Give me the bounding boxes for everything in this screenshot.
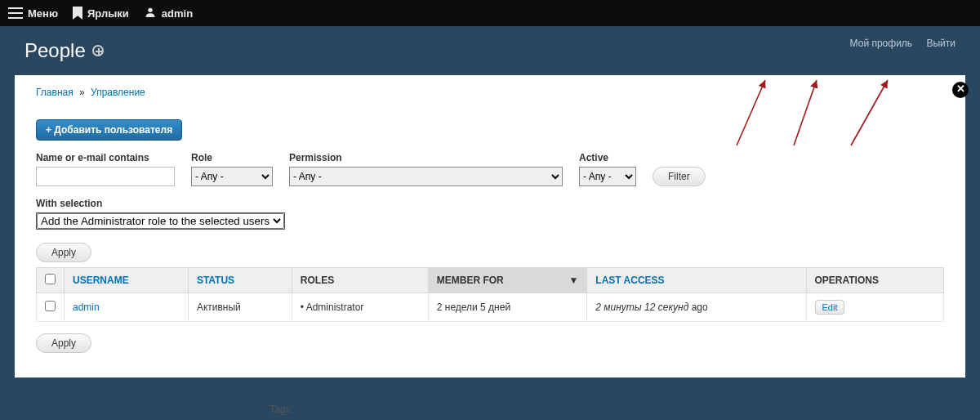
filter-role-label: Role [191, 152, 273, 163]
apply-button-top[interactable]: Apply [36, 243, 91, 262]
edit-button[interactable]: Edit [815, 300, 845, 315]
filter-role-select[interactable]: - Any - [191, 167, 273, 186]
with-selection-select[interactable]: Add the Administrator role to the select… [37, 213, 284, 229]
bookmark-icon [73, 7, 82, 20]
filter-active-select[interactable]: - Any - [579, 167, 636, 186]
with-selection-label: With selection [36, 198, 944, 209]
hamburger-icon [8, 7, 23, 19]
page-header: Мой профиль Выйти People drupal8 СПИСОК … [0, 26, 980, 62]
th-member-for[interactable]: MEMBER FOR▼ [428, 268, 587, 293]
users-table: USERNAME STATUS ROLES MEMBER FOR▼ LAST A… [36, 267, 944, 322]
profile-link[interactable]: Мой профиль [850, 38, 913, 49]
svg-point-0 [148, 7, 152, 11]
filter-permission-select[interactable]: - Any - [289, 167, 563, 186]
filter-name-input[interactable] [36, 167, 175, 186]
apply-button-bottom[interactable]: Apply [36, 333, 91, 353]
menu-toggle[interactable]: Меню [8, 7, 58, 20]
row-member-for: 2 недели 5 дней [428, 293, 587, 322]
filter-permission-label: Permission [289, 152, 563, 163]
add-user-button[interactable]: + Добавить пользователя [36, 119, 182, 141]
row-status: Активный [188, 293, 292, 322]
overlay-panel: ✕ Главная » Управление + Добавить пользо… [15, 75, 965, 378]
th-checkbox [37, 268, 65, 293]
filter-button[interactable]: Filter [653, 167, 706, 186]
th-roles[interactable]: ROLES [292, 268, 428, 293]
close-icon[interactable]: ✕ [952, 82, 969, 98]
breadcrumb: Главная » Управление [36, 87, 944, 98]
user-menu[interactable]: admin [144, 6, 193, 21]
admin-toolbar: Меню Ярлыки admin [0, 0, 980, 26]
th-username[interactable]: USERNAME [65, 268, 189, 293]
bg-tags-label: Tags: [270, 404, 293, 415]
row-username[interactable]: admin [73, 302, 100, 313]
table-row: admin Активный • Administrator 2 недели … [37, 293, 944, 322]
current-user: admin [162, 7, 193, 20]
menu-label: Меню [28, 7, 58, 20]
sort-desc-icon: ▼ [568, 275, 578, 286]
filter-name-label: Name or e-mail contains [36, 152, 175, 163]
breadcrumb-home[interactable]: Главная [36, 87, 74, 98]
user-icon [144, 6, 157, 21]
shortcuts-label: Ярлыки [87, 7, 129, 20]
page-title: People [24, 39, 956, 62]
add-shortcut-icon[interactable] [92, 45, 104, 56]
row-last-access: 2 минуты 12 секунд ago [587, 293, 806, 322]
th-status[interactable]: STATUS [188, 268, 292, 293]
breadcrumb-admin[interactable]: Управление [91, 87, 145, 98]
header-user-links: Мой профиль Выйти [839, 38, 956, 49]
row-checkbox[interactable] [45, 301, 56, 311]
logout-link[interactable]: Выйти [926, 38, 956, 49]
filters-row: Name or e-mail contains Role - Any - Per… [36, 152, 944, 186]
row-roles: • Administrator [292, 293, 428, 322]
th-last-access[interactable]: LAST ACCESS [587, 268, 806, 293]
filter-active-label: Active [579, 152, 636, 163]
shortcuts-toggle[interactable]: Ярлыки [73, 7, 129, 20]
select-all-checkbox[interactable] [45, 274, 56, 284]
th-operations: OPERATIONS [806, 268, 944, 293]
